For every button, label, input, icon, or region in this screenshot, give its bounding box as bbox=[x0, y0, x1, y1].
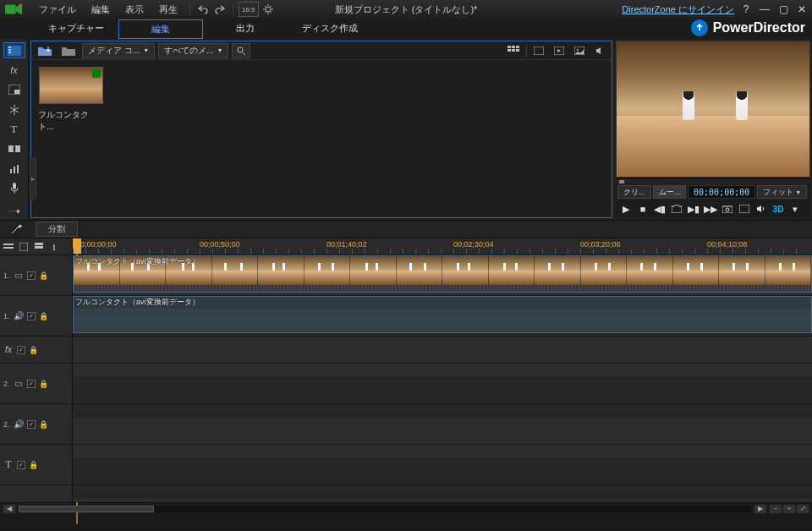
media-pane: メディア コ...▼ すべてのメ...▼ フルコンタクト... bbox=[30, 41, 612, 218]
transition-room-icon[interactable] bbox=[3, 141, 25, 157]
track-visible-checkbox[interactable]: ✓ bbox=[27, 420, 36, 429]
rail-expand-handle[interactable] bbox=[30, 157, 36, 200]
track-label-row[interactable]: 2. 🔊 ✓ 🔒 bbox=[0, 404, 72, 445]
minimize-icon[interactable]: — bbox=[758, 3, 771, 15]
preview-mode-clip-button[interactable]: クリ... bbox=[617, 185, 651, 199]
timeline-view2-icon[interactable] bbox=[32, 241, 46, 253]
track-visible-checkbox[interactable]: ✓ bbox=[17, 346, 25, 354]
aspect-ratio-button[interactable]: 16:9 bbox=[239, 2, 259, 17]
mode-tab-edit[interactable]: 編集 bbox=[118, 19, 203, 39]
menu-view[interactable]: 表示 bbox=[118, 2, 151, 18]
timeline-ruler[interactable]: 00;00;00;00 00;00;50;00 00;01;40;02 00;0… bbox=[73, 238, 812, 255]
svg-rect-32 bbox=[35, 243, 43, 245]
stop-icon[interactable]: ■ bbox=[636, 202, 650, 216]
audio-mix-room-icon[interactable] bbox=[3, 161, 25, 177]
close-icon[interactable]: ✕ bbox=[795, 3, 809, 15]
fast-backward-icon[interactable]: ▶▮ bbox=[687, 202, 700, 216]
track-visible-checkbox[interactable]: ✓ bbox=[27, 271, 36, 280]
media-item[interactable]: フルコンタクト... bbox=[38, 67, 104, 133]
menu-file[interactable]: ファイル bbox=[32, 2, 83, 18]
undo-icon[interactable] bbox=[195, 2, 211, 17]
media-room-icon[interactable] bbox=[3, 42, 25, 58]
track-lock-icon[interactable]: 🔒 bbox=[39, 271, 47, 280]
display-all-icon[interactable] bbox=[530, 43, 547, 58]
play-icon[interactable]: ▶ bbox=[619, 202, 633, 216]
import-folder-icon[interactable] bbox=[58, 43, 79, 58]
menu-play[interactable]: 再生 bbox=[152, 2, 184, 18]
media-room-dropdown[interactable]: メディア コ...▼ bbox=[82, 43, 155, 58]
preview-scrub-bar[interactable] bbox=[616, 178, 810, 184]
preview-3d-button[interactable]: 3D bbox=[771, 202, 785, 216]
track-lock-icon[interactable]: 🔒 bbox=[29, 346, 37, 354]
media-item-label: フルコンタクト... bbox=[38, 109, 104, 133]
particle-room-icon[interactable] bbox=[3, 101, 25, 118]
view-thumbnails-icon[interactable] bbox=[504, 43, 523, 58]
preview-fit-dropdown[interactable]: フィット ▼ bbox=[757, 185, 807, 199]
display-audio-icon[interactable] bbox=[591, 43, 608, 58]
fx-room-icon[interactable]: fx bbox=[3, 62, 25, 78]
scroll-thumb[interactable] bbox=[19, 506, 154, 512]
snapshot-icon[interactable] bbox=[721, 202, 734, 216]
track-visible-checkbox[interactable]: ✓ bbox=[27, 312, 36, 320]
volume-icon[interactable] bbox=[754, 202, 768, 216]
video-track-icon: ▭ bbox=[14, 379, 24, 388]
track-label-row[interactable]: T ✓ 🔒 bbox=[0, 445, 72, 485]
mode-tab-disc[interactable]: ディスク作成 bbox=[288, 19, 372, 39]
prev-frame-icon[interactable]: ◀▮ bbox=[653, 202, 667, 216]
settings-icon[interactable] bbox=[261, 2, 276, 17]
timeline-marker-icon[interactable]: ⫿ bbox=[47, 241, 61, 253]
track-visible-checkbox[interactable]: ✓ bbox=[27, 380, 36, 388]
media-filter-dropdown[interactable]: すべてのメ...▼ bbox=[158, 43, 228, 58]
take-snapshot2-icon[interactable] bbox=[670, 202, 683, 216]
rail-more-icon[interactable]: ⋯▾ bbox=[3, 204, 25, 220]
help-icon[interactable]: ? bbox=[739, 3, 753, 15]
magic-tools-icon[interactable] bbox=[5, 222, 29, 237]
display-video-icon[interactable] bbox=[551, 43, 568, 58]
preview-mode-movie-button[interactable]: ムー... bbox=[653, 185, 687, 199]
zoom-out-icon[interactable]: − bbox=[770, 505, 782, 513]
upload-icon[interactable] bbox=[691, 19, 708, 36]
preview-settings-icon[interactable]: ▾ bbox=[788, 202, 802, 216]
zoom-in-icon[interactable]: + bbox=[783, 505, 795, 513]
scroll-track[interactable] bbox=[19, 506, 751, 512]
zoom-fit-icon[interactable]: ⤢ bbox=[797, 505, 809, 513]
track-lock-icon[interactable]: 🔒 bbox=[39, 312, 47, 320]
track-canvas[interactable]: フルコンタクト（avi変換前データ） bbox=[73, 255, 812, 502]
timeline-view-icon[interactable] bbox=[17, 241, 30, 253]
redo-icon[interactable] bbox=[212, 2, 228, 17]
audio-clip[interactable]: フルコンタクト（avi変換前データ） bbox=[73, 296, 812, 333]
menu-edit[interactable]: 編集 bbox=[85, 2, 117, 18]
voiceover-room-icon[interactable] bbox=[3, 180, 25, 196]
track-label-row[interactable]: fx ✓ 🔒 bbox=[0, 337, 72, 364]
track-lock-icon[interactable]: 🔒 bbox=[39, 420, 47, 429]
track-label-row[interactable]: 1. ▭ ✓ 🔒 bbox=[0, 255, 72, 296]
scroll-left-icon[interactable]: ◀ bbox=[3, 505, 15, 513]
preview-timecode[interactable]: 00;00;00;00 bbox=[688, 185, 755, 199]
import-media-icon[interactable] bbox=[35, 43, 55, 58]
mode-tab-capture[interactable]: キャプチャー bbox=[34, 19, 118, 39]
search-icon[interactable] bbox=[232, 43, 250, 58]
preview-pane: クリ... ムー... 00;00;00;00 フィット ▼ ▶ ■ ◀▮ ▶▮… bbox=[616, 41, 810, 218]
mode-tab-output[interactable]: 出力 bbox=[203, 19, 288, 39]
track-lock-icon[interactable]: 🔒 bbox=[39, 380, 47, 388]
track-view-mode-icon[interactable] bbox=[2, 241, 15, 253]
video-clip[interactable]: フルコンタクト（avi変換前データ） bbox=[73, 255, 812, 293]
track-label-row[interactable]: 2. ▭ ✓ 🔒 bbox=[0, 364, 72, 404]
track-label-row[interactable]: 1. 🔊 ✓ 🔒 bbox=[0, 296, 72, 337]
maximize-icon[interactable]: ▢ bbox=[776, 3, 790, 15]
preview-viewport[interactable] bbox=[616, 41, 810, 178]
track-visible-checkbox[interactable]: ✓ bbox=[17, 461, 25, 469]
scroll-right-icon[interactable]: ▶ bbox=[754, 505, 766, 513]
preview-quality-icon[interactable] bbox=[738, 202, 751, 216]
track-lock-icon[interactable]: 🔒 bbox=[29, 461, 37, 469]
title-room-icon[interactable]: T bbox=[3, 121, 25, 137]
split-button[interactable]: 分割 bbox=[36, 222, 78, 237]
brand-label: PowerDirector bbox=[713, 20, 805, 36]
directorzone-signin-link[interactable]: DirectorZone にサインイン bbox=[622, 3, 734, 16]
svg-rect-28 bbox=[739, 205, 749, 213]
fast-forward-icon[interactable]: ▶▶ bbox=[704, 202, 717, 216]
pip-room-icon[interactable] bbox=[3, 82, 25, 98]
media-thumbnail[interactable] bbox=[39, 67, 103, 104]
display-image-icon[interactable] bbox=[571, 43, 588, 58]
ruler-tick: 00;02;30;04 bbox=[453, 240, 494, 249]
